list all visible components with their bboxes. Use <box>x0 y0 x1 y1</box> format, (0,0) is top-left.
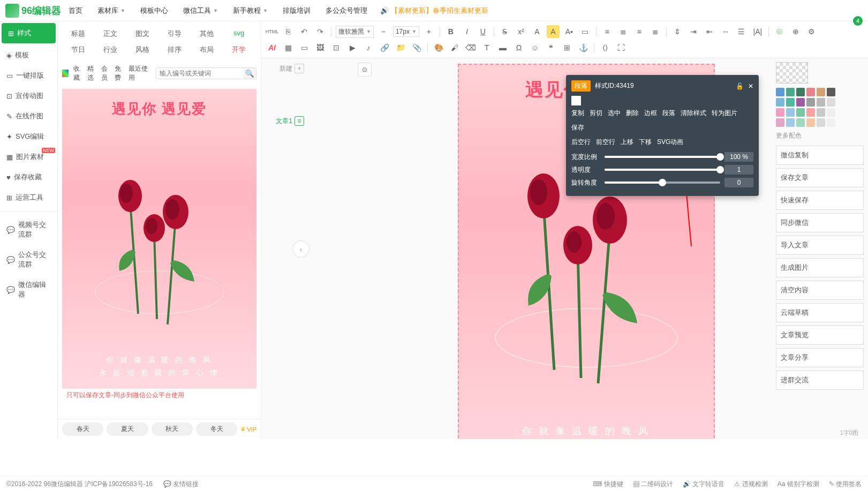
color-swatch[interactable] <box>806 88 815 96</box>
category-其他[interactable]: 其他 <box>191 26 223 42</box>
attachment-button[interactable]: 📎 <box>410 41 423 54</box>
footer-tool-使用签名[interactable]: ✎ 使用签名 <box>829 480 862 489</box>
color-swatch[interactable] <box>796 88 805 96</box>
slider-track[interactable] <box>605 169 720 171</box>
filter-最近使用[interactable]: 最近使用 <box>127 64 152 82</box>
nav-template[interactable]: 模板中心 <box>133 6 176 16</box>
float-action-保存[interactable]: 保存 <box>571 123 584 132</box>
filter-会员[interactable]: 会员 <box>100 64 114 82</box>
video-button[interactable]: ▶ <box>346 41 359 54</box>
code-button[interactable]: ⟨⟩ <box>599 41 612 54</box>
sidebar-item-图片素材[interactable]: ▦图片素材NEW <box>0 147 57 167</box>
action-文章预览[interactable]: 文章预览 <box>776 326 864 345</box>
float-action-下移[interactable]: 下移 <box>639 138 652 147</box>
close-icon[interactable]: ✕ <box>748 82 753 90</box>
filter-精选[interactable]: 精选 <box>86 64 100 82</box>
color-swatch[interactable] <box>796 108 805 117</box>
float-action-删除[interactable]: 删除 <box>626 109 639 118</box>
color-swatch[interactable] <box>571 96 581 105</box>
color-swatch[interactable] <box>817 118 825 127</box>
float-action-剪切[interactable]: 剪切 <box>590 109 602 118</box>
color-swatch[interactable] <box>786 88 795 96</box>
layout-button[interactable]: ⊞ <box>561 41 573 54</box>
align-justify-button[interactable]: ≣ <box>649 25 662 38</box>
sidebar-item-保存收藏[interactable]: ♥保存收藏 <box>0 167 57 187</box>
insert-button[interactable]: ⦾ <box>773 25 786 38</box>
category-节日[interactable]: 节日 <box>62 42 94 58</box>
audio-button[interactable]: ♪ <box>362 41 375 54</box>
float-action-清除样式[interactable]: 清除样式 <box>681 109 706 118</box>
color-swatch[interactable] <box>786 118 795 127</box>
unlock-icon[interactable]: 🔓 <box>736 82 744 90</box>
footer-tool-快捷键[interactable]: ⌨ 快捷键 <box>593 480 623 489</box>
slider-track[interactable] <box>605 156 720 158</box>
image3-button[interactable]: ⊡ <box>330 41 343 54</box>
nav-training[interactable]: 排版培训 <box>275 6 318 16</box>
settings-button[interactable]: ⚙ <box>805 25 818 38</box>
tag-冬天[interactable]: 冬天 <box>196 422 237 436</box>
sidebar-item-公众号交流群[interactable]: 💬公众号交流群 <box>0 245 57 275</box>
prev-button[interactable]: ‹ <box>292 240 310 258</box>
anchor-button[interactable]: ⚓ <box>577 41 590 54</box>
search-input[interactable] <box>156 68 243 79</box>
category-引导[interactable]: 引导 <box>158 26 191 42</box>
emoji-button[interactable]: ☺ <box>529 41 541 54</box>
article-tab[interactable]: 文章1≡ <box>276 116 304 126</box>
font-increase-button[interactable]: + <box>422 25 435 38</box>
color-swatch[interactable] <box>776 118 784 127</box>
font-size-select[interactable]: 17px▼ <box>393 26 419 37</box>
sidebar-item-视频号交流群[interactable]: 💬视频号交流群 <box>0 215 57 245</box>
category-正文[interactable]: 正文 <box>94 26 126 42</box>
more-colors-link[interactable]: 更多配色 <box>776 131 864 140</box>
color-swatch[interactable] <box>817 98 825 107</box>
color-swatch[interactable] <box>817 88 825 96</box>
nav-wechat-tools[interactable]: 微信工具▼ <box>176 6 225 16</box>
brush-button[interactable]: 🖌 <box>448 41 461 54</box>
align-right-button[interactable]: ≡ <box>633 25 646 38</box>
folder-button[interactable]: 📁 <box>394 41 407 54</box>
action-生成图片[interactable]: 生成图片 <box>776 258 864 277</box>
sidebar-item-微信编辑器[interactable]: 💬微信编辑器 <box>0 275 57 305</box>
more-button[interactable]: ⊕ <box>789 25 802 38</box>
color-swatch[interactable] <box>806 98 815 107</box>
color-swatch[interactable] <box>817 108 825 117</box>
logo[interactable]: 96编辑器 <box>5 4 61 18</box>
color-swatch[interactable] <box>776 88 784 96</box>
image2-button[interactable]: 🖼 <box>314 41 327 54</box>
category-排序[interactable]: 排序 <box>158 42 191 58</box>
fullscreen-button[interactable]: ⛶ <box>615 41 628 54</box>
sidebar-item-SVG编辑[interactable]: ✦SVG编辑 <box>0 126 57 147</box>
underline-button[interactable]: U <box>477 25 489 38</box>
float-action-前空行[interactable]: 前空行 <box>596 138 615 147</box>
new-article-button[interactable]: 新建+ <box>280 64 304 73</box>
category-标题[interactable]: 标题 <box>62 26 94 42</box>
text-bg-button[interactable]: A▪ <box>563 25 576 38</box>
card-icon[interactable]: ▭ <box>579 25 592 38</box>
category-行业[interactable]: 行业 <box>94 42 126 58</box>
footer-tool-二维码设计[interactable]: ▦ 二维码设计 <box>633 480 673 489</box>
quote-button[interactable]: ❝ <box>545 41 557 54</box>
action-云端草稿[interactable]: 云端草稿 <box>776 303 864 322</box>
action-微信复制[interactable]: 微信复制 <box>776 146 864 165</box>
italic-button[interactable]: I <box>461 25 473 38</box>
font-decrease-button[interactable]: − <box>377 25 390 38</box>
color-swatch[interactable] <box>827 108 835 117</box>
nav-material[interactable]: 素材库▼ <box>90 6 133 16</box>
footer-tool-文字转语音[interactable]: 🔊 文字转语音 <box>683 480 724 489</box>
ai-button[interactable]: AI <box>266 41 278 54</box>
spacing-button[interactable]: ↔ <box>719 25 732 38</box>
float-action-边框[interactable]: 边框 <box>644 109 657 118</box>
color-swatch[interactable] <box>827 118 835 127</box>
announcement[interactable]: 🔊 【素材更新】春季招生素材更新 <box>380 6 488 16</box>
nav-home[interactable]: 首页 <box>61 6 90 16</box>
outdent-button[interactable]: ⇤ <box>703 25 716 38</box>
highlight-button[interactable]: A <box>547 25 560 38</box>
sidebar-item-运营工具[interactable]: ⊞运营工具 <box>0 187 57 208</box>
bar-button[interactable]: ▬ <box>496 41 509 54</box>
paint-button[interactable]: 🎨 <box>432 41 445 54</box>
nav-tutorial[interactable]: 新手教程▼ <box>225 6 275 16</box>
font-family-select[interactable]: 微软雅黑▼ <box>336 26 374 38</box>
color-swatch[interactable] <box>776 98 784 107</box>
image-button[interactable]: ▭ <box>298 41 311 54</box>
template-preview-card[interactable]: 遇见你 遇见爱 你 就 像 温 暖 的 晚 风 永 远 治 愈 我 的 坏 心 … <box>62 89 256 389</box>
